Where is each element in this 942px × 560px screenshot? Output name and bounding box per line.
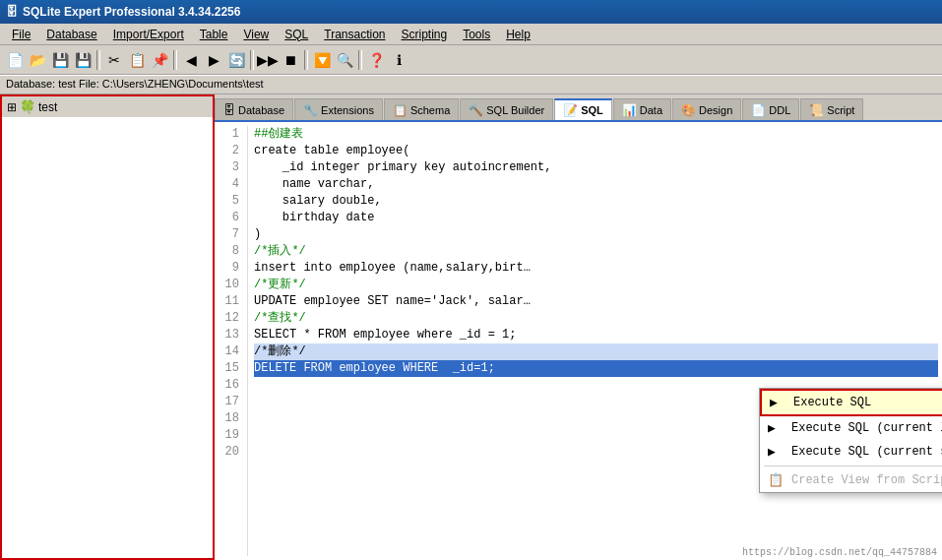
tab-label-script: Script — [827, 104, 854, 116]
tab-label-ddl: DDL — [769, 104, 790, 116]
tab-design[interactable]: 🎨Design — [672, 98, 741, 120]
menu-item-database[interactable]: Database — [38, 26, 104, 43]
code-line: salary double, — [254, 193, 938, 210]
app-icon: 🗄 — [6, 5, 18, 19]
tb-forward[interactable]: ▶ — [203, 49, 224, 71]
menu-item-scripting[interactable]: Scripting — [394, 26, 456, 43]
tb-save2[interactable]: 💾 — [72, 49, 94, 71]
tb-refresh[interactable]: 🔄 — [225, 49, 247, 71]
line-number: 14 — [219, 343, 239, 360]
line-number: 19 — [219, 427, 239, 444]
ctx-item-execute-sql[interactable]: ▶Execute SQLF5 — [760, 389, 942, 416]
tb-stop[interactable]: ⏹ — [280, 49, 301, 71]
tab-database[interactable]: 🗄Database — [215, 98, 293, 120]
ctx-item-icon: ▶ — [768, 420, 776, 436]
ctx-separator — [764, 466, 942, 467]
ctx-item-icon: ▶ — [768, 444, 776, 460]
line-number: 17 — [219, 394, 239, 410]
tb-help[interactable]: ❓ — [365, 49, 387, 71]
code-line: /*查找*/ — [254, 310, 938, 327]
ctx-item-icon: 📋 — [768, 472, 784, 488]
expand-icon[interactable]: ⊞ — [7, 100, 17, 114]
code-line: /*删除*/ — [254, 343, 938, 360]
tab-icon-database: 🗄 — [223, 103, 235, 117]
line-number: 12 — [219, 310, 239, 327]
menu-item-view[interactable]: View — [235, 26, 277, 43]
right-panel: 🗄Database🔧Extensions📋Schema🔨SQL Builder📝… — [215, 94, 942, 560]
ctx-item-execute-sql-current-statement[interactable]: ▶Execute SQL (current statement)Ctrl+F5 — [760, 440, 942, 464]
tab-sql-builder[interactable]: 🔨SQL Builder — [460, 98, 553, 120]
tb-run[interactable]: ▶▶ — [257, 49, 279, 71]
code-line: /*插入*/ — [254, 243, 938, 260]
menu-item-transaction[interactable]: Transaction — [316, 26, 393, 43]
tab-icon-sql: 📝 — [563, 103, 578, 117]
tb-new[interactable]: 📄 — [4, 49, 26, 71]
tb-copy[interactable]: 📋 — [126, 49, 148, 71]
left-header: ⊞ 🍀 test — [2, 96, 213, 117]
ctx-item-create-view-from-script: 📋Create View from Script — [760, 468, 942, 492]
tb-sep3 — [250, 50, 254, 70]
tab-extensions[interactable]: 🔧Extensions — [294, 98, 383, 120]
tab-icon-ddl: 📄 — [751, 103, 766, 117]
db-name: test — [38, 100, 57, 114]
tb-info[interactable]: ℹ — [388, 49, 409, 71]
tb-sep4 — [304, 50, 308, 70]
menu-item-file[interactable]: File — [4, 26, 38, 43]
ctx-item-execute-sql-current-line[interactable]: ▶Execute SQL (current line)Shift+F5 — [760, 416, 942, 440]
sql-editor[interactable]: 1234567891011121314151617181920 ##创建表cre… — [215, 122, 942, 560]
line-number: 9 — [219, 260, 239, 277]
code-line: UPDATE employee SET name='Jack', salar… — [254, 293, 938, 310]
code-line: ##创建表 — [254, 126, 938, 143]
line-number: 18 — [219, 410, 239, 427]
line-number: 3 — [219, 159, 239, 176]
line-number: 20 — [219, 444, 239, 461]
tab-label-schema: Schema — [410, 104, 450, 116]
tab-label-database: Database — [238, 104, 284, 116]
menu-item-table[interactable]: Table — [192, 26, 236, 43]
tb-back[interactable]: ◀ — [180, 49, 202, 71]
tb-open[interactable]: 📂 — [27, 49, 48, 71]
tab-icon-design: 🎨 — [681, 103, 696, 117]
menu-item-import-export[interactable]: Import/Export — [105, 26, 192, 43]
tb-save[interactable]: 💾 — [49, 49, 71, 71]
tb-search[interactable]: 🔍 — [334, 49, 355, 71]
tab-label-data: Data — [640, 104, 662, 116]
tb-paste[interactable]: 📌 — [149, 49, 170, 71]
ctx-item-label: Create View from Script — [791, 473, 942, 487]
code-line: ) — [254, 226, 938, 243]
db-icon: 🍀 — [20, 99, 35, 114]
code-line: DELETE FROM employee WHERE _id=1; — [254, 360, 938, 377]
line-number: 2 — [219, 143, 239, 159]
line-number: 10 — [219, 277, 239, 293]
ctx-item-icon: ▶ — [770, 395, 778, 410]
tab-script[interactable]: 📜Script — [800, 98, 863, 120]
tab-label-sql-builder: SQL Builder — [486, 104, 544, 116]
toolbar: 📄 📂 💾 💾 ✂ 📋 📌 ◀ ▶ 🔄 ▶▶ ⏹ 🔽 🔍 ❓ ℹ — [0, 45, 942, 75]
tab-label-design: Design — [699, 104, 732, 116]
tab-ddl[interactable]: 📄DDL — [742, 98, 799, 120]
tab-icon-sql-builder: 🔨 — [469, 103, 483, 117]
tab-bar: 🗄Database🔧Extensions📋Schema🔨SQL Builder📝… — [215, 94, 942, 122]
menubar: FileDatabaseImport/ExportTableViewSQLTra… — [0, 24, 942, 45]
menu-item-help[interactable]: Help — [498, 26, 538, 43]
tab-label-sql: SQL — [581, 104, 603, 116]
menu-item-tools[interactable]: Tools — [455, 26, 498, 43]
tab-label-extensions: Extensions — [321, 104, 374, 116]
left-panel: ⊞ 🍀 test — [0, 94, 215, 560]
code-line: insert into employee (name,salary,birt… — [254, 260, 938, 277]
tab-icon-extensions: 🔧 — [303, 103, 318, 117]
tab-icon-script: 📜 — [809, 103, 824, 117]
statusbar: Database: test File: C:\Users\ZHENG\Docu… — [0, 75, 942, 94]
context-menu: ▶Execute SQLF5▶Execute SQL (current line… — [759, 388, 942, 493]
watermark: https://blog.csdn.net/qq_44757884 — [742, 547, 937, 558]
tab-data[interactable]: 📊Data — [613, 98, 671, 120]
code-line: SELECT * FROM employee where _id = 1; — [254, 327, 938, 343]
tb-filter[interactable]: 🔽 — [311, 49, 333, 71]
tab-schema[interactable]: 📋Schema — [384, 98, 459, 120]
line-number: 4 — [219, 176, 239, 193]
code-line: _id integer primary key autoincrement, — [254, 159, 938, 176]
menu-item-sql[interactable]: SQL — [277, 26, 316, 43]
tb-cut[interactable]: ✂ — [103, 49, 125, 71]
code-line: birthday date — [254, 210, 938, 226]
tab-sql[interactable]: 📝SQL — [554, 98, 612, 120]
